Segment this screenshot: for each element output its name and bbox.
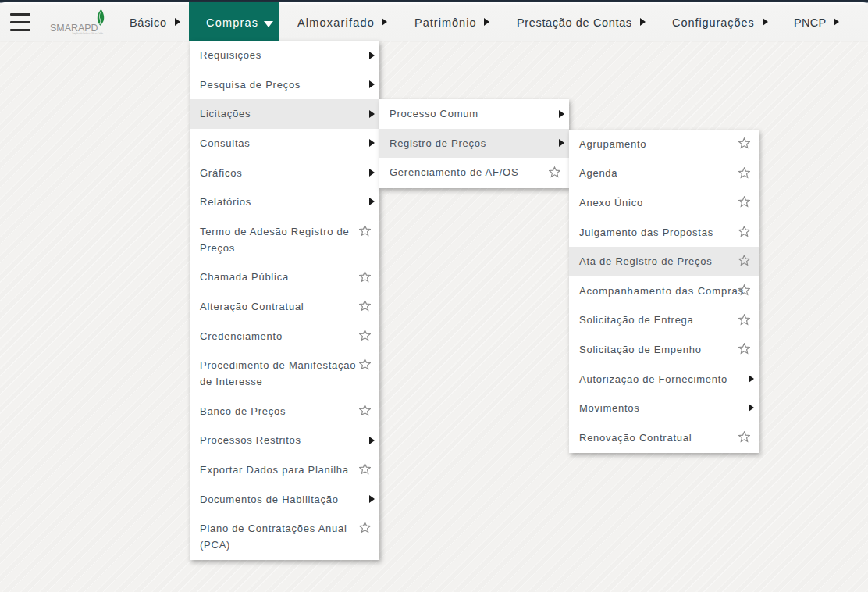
svg-text:Simplificando Gestão e a Vida: Simplificando Gestão e a Vida na Cidade [73,32,104,35]
